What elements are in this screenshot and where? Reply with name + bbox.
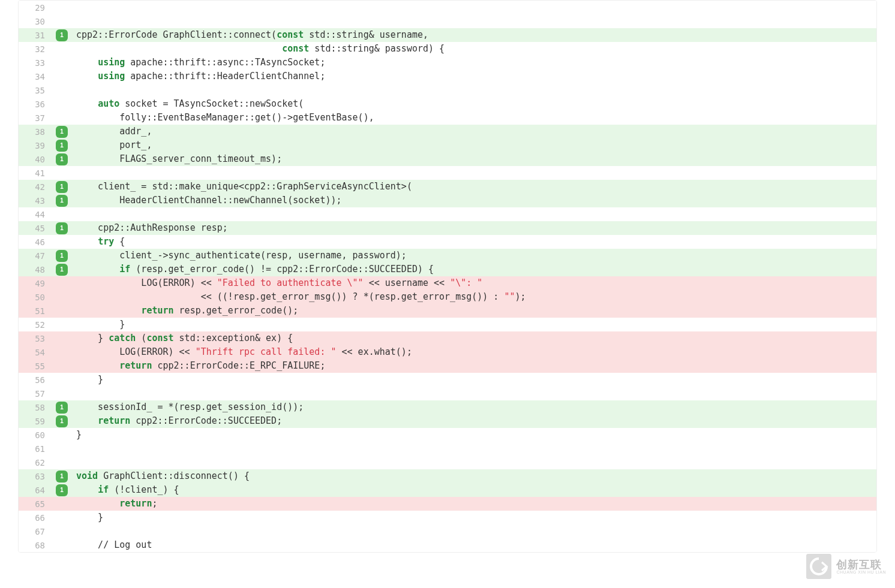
code-line: 631void GraphClient::disconnect() { xyxy=(19,469,876,483)
code-line: 66 } xyxy=(19,511,876,524)
coverage-count-badge: 1 xyxy=(56,250,68,262)
line-number: 52 xyxy=(19,320,52,330)
code-content: } xyxy=(71,318,876,331)
line-number: 68 xyxy=(19,541,52,550)
line-number: 65 xyxy=(19,499,52,509)
code-line: 37 folly::EventBaseManager::get()->getEv… xyxy=(19,111,876,125)
code-content: port_, xyxy=(71,138,876,152)
code-line: 68 // Log out xyxy=(19,538,876,552)
code-line: 60} xyxy=(19,428,876,442)
code-line: 471 client_->sync_authenticate(resp, use… xyxy=(19,249,876,263)
line-number: 54 xyxy=(19,348,52,357)
coverage-count-badge: 1 xyxy=(56,153,68,165)
code-content: client_ = std::make_unique<cpp2::GraphSe… xyxy=(71,180,876,194)
code-content: client_->sync_authenticate(resp, usernam… xyxy=(71,249,876,263)
line-number: 39 xyxy=(19,141,52,150)
line-number: 50 xyxy=(19,293,52,302)
coverage-badge-column: 1 xyxy=(52,415,71,427)
code-content: LOG(ERROR) << "Failed to authenticate \"… xyxy=(71,276,876,290)
line-number: 34 xyxy=(19,72,52,82)
code-line: 52 } xyxy=(19,318,876,331)
code-line: 401 FLAGS_server_conn_timeout_ms); xyxy=(19,152,876,166)
code-line: 29 xyxy=(19,1,876,14)
code-line: 431 HeaderClientChannel::newChannel(sock… xyxy=(19,194,876,207)
code-line: 67 xyxy=(19,524,876,538)
code-content: return cpp2::ErrorCode::SUCCEEDED; xyxy=(71,414,876,428)
code-line: 32 const std::string& password) { xyxy=(19,42,876,56)
code-line: 54 LOG(ERROR) << "Thrift rpc call failed… xyxy=(19,345,876,359)
line-number: 35 xyxy=(19,86,52,95)
code-content: if (!client_) { xyxy=(71,483,876,497)
line-number: 63 xyxy=(19,472,52,481)
line-number: 40 xyxy=(19,155,52,164)
line-number: 41 xyxy=(19,168,52,178)
code-content: } xyxy=(71,428,876,442)
code-content: sessionId_ = *(resp.get_session_id()); xyxy=(71,400,876,414)
line-number: 31 xyxy=(19,31,52,40)
code-content: } xyxy=(71,373,876,387)
code-line: 33 using apache::thrift::async::TAsyncSo… xyxy=(19,56,876,70)
line-number: 36 xyxy=(19,99,52,109)
line-number: 66 xyxy=(19,513,52,523)
code-line: 481 if (resp.get_error_code() != cpp2::E… xyxy=(19,263,876,276)
code-line: 36 auto socket = TAsyncSocket::newSocket… xyxy=(19,97,876,111)
coverage-badge-column: 1 xyxy=(52,153,71,165)
code-content: using apache::thrift::async::TAsyncSocke… xyxy=(71,56,876,70)
code-line: 65 return; xyxy=(19,497,876,511)
code-line: 51 return resp.get_error_code(); xyxy=(19,304,876,318)
code-line: 44 xyxy=(19,207,876,221)
code-line: 55 return cpp2::ErrorCode::E_RPC_FAILURE… xyxy=(19,359,876,373)
coverage-count-badge: 1 xyxy=(56,222,68,234)
code-content: FLAGS_server_conn_timeout_ms); xyxy=(71,152,876,166)
line-number: 55 xyxy=(19,361,52,371)
line-number: 62 xyxy=(19,458,52,468)
coverage-badge-column: 1 xyxy=(52,484,71,496)
line-number: 57 xyxy=(19,389,52,399)
line-number: 38 xyxy=(19,127,52,137)
code-content: const std::string& password) { xyxy=(71,42,876,56)
code-content: if (resp.get_error_code() != cpp2::Error… xyxy=(71,263,876,276)
line-number: 67 xyxy=(19,527,52,536)
coverage-badge-column: 1 xyxy=(52,250,71,262)
code-coverage-view: 2930311cpp2::ErrorCode GraphClient::conn… xyxy=(18,0,877,553)
line-number: 42 xyxy=(19,182,52,192)
line-number: 58 xyxy=(19,403,52,412)
coverage-badge-column: 1 xyxy=(52,140,71,152)
code-line: 311cpp2::ErrorCode GraphClient::connect(… xyxy=(19,28,876,42)
code-line: 391 port_, xyxy=(19,138,876,152)
code-content: auto socket = TAsyncSocket::newSocket( xyxy=(71,97,876,111)
code-content: LOG(ERROR) << "Thrift rpc call failed: "… xyxy=(71,345,876,359)
line-number: 45 xyxy=(19,224,52,233)
coverage-count-badge: 1 xyxy=(56,402,68,414)
line-number: 37 xyxy=(19,113,52,123)
line-number: 32 xyxy=(19,44,52,54)
coverage-count-badge: 1 xyxy=(56,415,68,427)
line-number: 43 xyxy=(19,196,52,206)
code-line: 50 << ((!resp.get_error_msg()) ? *(resp.… xyxy=(19,290,876,304)
coverage-badge-column: 1 xyxy=(52,29,71,41)
coverage-count-badge: 1 xyxy=(56,29,68,41)
code-content: << ((!resp.get_error_msg()) ? *(resp.get… xyxy=(71,290,876,304)
code-content: addr_, xyxy=(71,125,876,138)
coverage-count-badge: 1 xyxy=(56,140,68,152)
code-line: 34 using apache::thrift::HeaderClientCha… xyxy=(19,70,876,83)
code-line: 591 return cpp2::ErrorCode::SUCCEEDED; xyxy=(19,414,876,428)
code-line: 30 xyxy=(19,14,876,28)
code-content: return; xyxy=(71,497,876,511)
code-content: return cpp2::ErrorCode::E_RPC_FAILURE; xyxy=(71,359,876,373)
code-line: 581 sessionId_ = *(resp.get_session_id()… xyxy=(19,400,876,414)
line-number: 53 xyxy=(19,334,52,343)
code-content: cpp2::AuthResponse resp; xyxy=(71,221,876,235)
coverage-count-badge: 1 xyxy=(56,181,68,193)
code-line: 49 LOG(ERROR) << "Failed to authenticate… xyxy=(19,276,876,290)
line-number: 48 xyxy=(19,265,52,275)
code-line: 381 addr_, xyxy=(19,125,876,138)
code-line: 451 cpp2::AuthResponse resp; xyxy=(19,221,876,235)
code-content: // Log out xyxy=(71,538,876,552)
line-number: 64 xyxy=(19,486,52,495)
code-line: 61 xyxy=(19,442,876,456)
coverage-badge-column: 1 xyxy=(52,471,71,483)
code-line: 41 xyxy=(19,166,876,180)
code-content: } catch (const std::exception& ex) { xyxy=(71,331,876,345)
code-line: 56 } xyxy=(19,373,876,387)
